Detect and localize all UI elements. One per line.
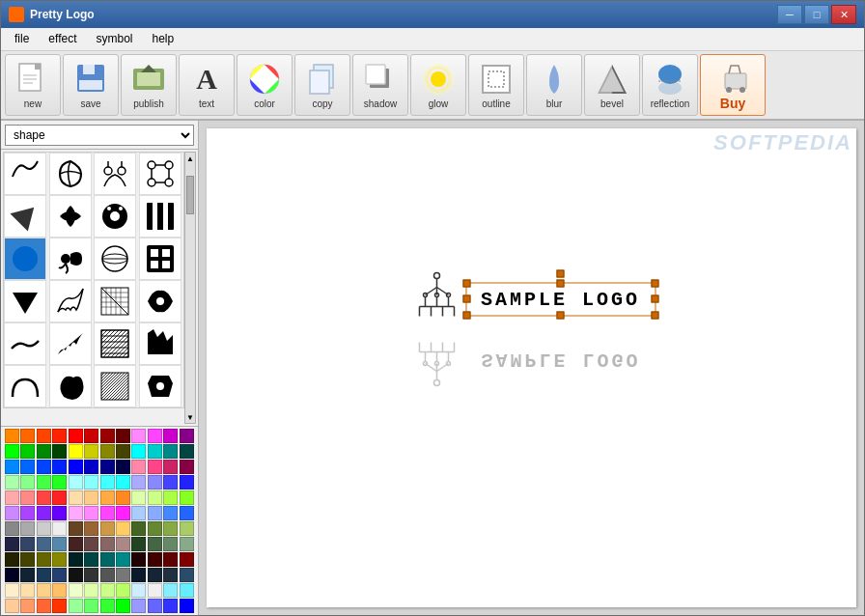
shape-cell[interactable] (94, 153, 136, 195)
color-swatch[interactable] (180, 506, 194, 520)
tool-buy-button[interactable]: Buy (700, 54, 766, 116)
shape-cell[interactable] (4, 195, 46, 238)
color-swatch[interactable] (37, 429, 51, 443)
menu-file[interactable]: file (5, 30, 39, 48)
color-swatch[interactable] (69, 568, 83, 582)
tool-blur-button[interactable]: blur (526, 54, 582, 116)
color-swatch[interactable] (131, 506, 146, 520)
color-swatch[interactable] (20, 537, 35, 551)
color-swatch[interactable] (69, 475, 83, 490)
color-swatch[interactable] (163, 537, 178, 551)
handle-ml[interactable] (462, 295, 470, 303)
color-swatch[interactable] (131, 490, 146, 505)
color-swatch[interactable] (52, 537, 67, 551)
color-swatch[interactable] (84, 506, 98, 520)
color-swatch[interactable] (163, 521, 178, 536)
color-swatch[interactable] (116, 568, 130, 582)
color-swatch[interactable] (37, 490, 51, 505)
color-swatch[interactable] (180, 568, 194, 582)
color-swatch[interactable] (69, 444, 83, 459)
color-swatch[interactable] (69, 521, 83, 536)
color-swatch[interactable] (116, 429, 130, 443)
scroll-thumb[interactable] (186, 176, 194, 214)
shape-dropdown[interactable]: shape arrow star banner (5, 125, 194, 146)
color-swatch[interactable] (5, 568, 19, 582)
handle-tr[interactable] (651, 279, 658, 287)
handle-bm[interactable] (557, 311, 565, 319)
tool-save-button[interactable]: save (63, 54, 119, 116)
color-swatch[interactable] (52, 583, 67, 598)
shape-cell[interactable] (94, 238, 136, 280)
color-swatch[interactable] (5, 583, 19, 598)
color-swatch[interactable] (5, 599, 19, 613)
maximize-button[interactable]: □ (804, 5, 829, 24)
color-swatch[interactable] (52, 444, 67, 459)
shape-cell[interactable] (4, 238, 46, 280)
shape-cell[interactable] (4, 322, 46, 365)
color-swatch[interactable] (163, 568, 178, 582)
color-swatch[interactable] (163, 552, 178, 567)
color-swatch[interactable] (180, 599, 194, 613)
color-swatch[interactable] (180, 490, 194, 505)
tool-reflection-button[interactable]: reflection (642, 54, 698, 116)
color-swatch[interactable] (69, 583, 83, 598)
color-swatch[interactable] (5, 444, 19, 459)
tool-copy-button[interactable]: copy (294, 54, 350, 116)
color-swatch[interactable] (116, 583, 130, 598)
color-swatch[interactable] (163, 583, 178, 598)
color-swatch[interactable] (148, 490, 162, 505)
color-swatch[interactable] (5, 429, 19, 443)
color-swatch[interactable] (37, 552, 51, 567)
color-swatch[interactable] (180, 537, 194, 551)
color-swatch[interactable] (20, 599, 35, 613)
shape-cell[interactable] (49, 238, 92, 280)
color-swatch[interactable] (69, 490, 83, 505)
shape-cell[interactable] (139, 322, 181, 365)
color-swatch[interactable] (52, 490, 67, 505)
color-swatch[interactable] (131, 475, 146, 490)
color-swatch[interactable] (37, 521, 51, 536)
color-swatch[interactable] (163, 460, 178, 474)
color-swatch[interactable] (180, 521, 194, 536)
color-swatch[interactable] (116, 490, 130, 505)
tool-text-button[interactable]: A text (179, 54, 235, 116)
color-swatch[interactable] (52, 460, 67, 474)
tool-shadow-button[interactable]: shadow (352, 54, 408, 116)
color-swatch[interactable] (37, 444, 51, 459)
color-swatch[interactable] (180, 475, 194, 490)
color-swatch[interactable] (131, 444, 146, 459)
color-swatch[interactable] (100, 460, 115, 474)
shape-cell[interactable] (94, 322, 136, 365)
color-swatch[interactable] (69, 460, 83, 474)
color-swatch[interactable] (100, 583, 115, 598)
color-swatch[interactable] (5, 537, 19, 551)
close-button[interactable]: ✕ (831, 5, 856, 24)
color-swatch[interactable] (52, 568, 67, 582)
color-swatch[interactable] (37, 460, 51, 474)
color-swatch[interactable] (116, 460, 130, 474)
shape-cell[interactable] (4, 365, 46, 407)
shape-cell[interactable] (49, 280, 92, 322)
color-swatch[interactable] (37, 506, 51, 520)
color-swatch[interactable] (100, 599, 115, 613)
color-swatch[interactable] (37, 537, 51, 551)
menu-effect[interactable]: effect (39, 30, 86, 48)
shape-cell[interactable] (139, 238, 181, 280)
color-swatch[interactable] (131, 460, 146, 474)
color-swatch[interactable] (131, 521, 146, 536)
tool-outline-button[interactable]: outline (468, 54, 524, 116)
shape-cell[interactable] (94, 195, 136, 238)
color-swatch[interactable] (20, 490, 35, 505)
color-swatch[interactable] (20, 444, 35, 459)
color-swatch[interactable] (84, 583, 98, 598)
logo-group[interactable]: SAMPLE LOGO (407, 270, 656, 389)
rotation-handle[interactable] (557, 269, 565, 277)
color-swatch[interactable] (100, 429, 115, 443)
color-swatch[interactable] (116, 475, 130, 490)
color-swatch[interactable] (5, 521, 19, 536)
color-swatch[interactable] (20, 429, 35, 443)
color-swatch[interactable] (148, 460, 162, 474)
color-swatch[interactable] (20, 552, 35, 567)
color-swatch[interactable] (20, 460, 35, 474)
color-swatch[interactable] (116, 521, 130, 536)
